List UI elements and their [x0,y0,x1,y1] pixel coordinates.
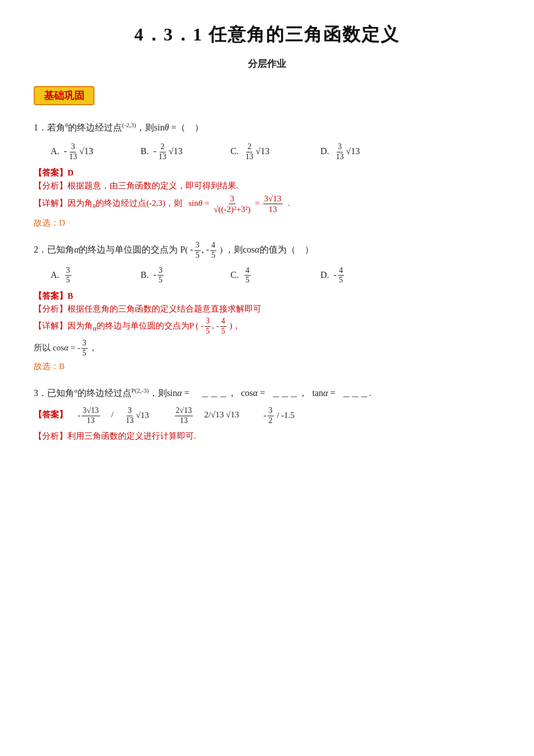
q1-option-a: A. -313√13 [51,142,118,162]
q2-text: 2．已知角α的终边与单位圆的交点为 P( -35, -45 ) ，则cosα的值… [34,241,500,260]
q2-detail: 【详解】因为角α的终边与单位圆的交点为P ( -35, -45 )， [34,317,500,336]
q1-option-b: B. -213√13 [141,142,208,162]
section-badge: 基础巩固 [34,86,94,105]
q2-options: A. 35 B. -35 C. 45 D. -45 [51,266,500,286]
page-title: 4．3．1 任意角的三角函数定义 [34,22,500,47]
q2-detail2: 所以 cosα = -35， [34,339,500,358]
q2-option-a: A. 35 [51,266,118,286]
q3-text: 3．已知角α的终边经过点P(2,-3)，则sinα = ＿＿＿， cosα = … [34,384,500,402]
q3-sep1: / [111,410,114,420]
q1-options: A. -313√13 B. -213√13 C. 213√13 D. 313√1… [51,142,500,162]
q3-answer-label: 【答案】 [34,410,67,420]
question-3: 3．已知角α的终边经过点P(2,-3)，则sinα = ＿＿＿， cosα = … [34,384,500,442]
q3-analysis: 【分析】利用三角函数的定义进行计算即可. [34,431,500,442]
q1-analysis: 【分析】根据题意，由三角函数的定义，即可得到结果. [34,181,500,191]
q3-answer: 【答案】 -3√1313 / 313√13 2√1313 2/√13 √13 -… [34,406,500,426]
q1-answer: 【答案】D [34,168,500,178]
q2-analysis: 【分析】根据任意角的三角函数的定义结合题意直接求解即可 [34,304,500,314]
q2-option-c: C. 45 [230,266,298,286]
q1-option-d: D. 313√13 [320,142,388,162]
q3-sep2: 2/√13 √13 [204,410,239,420]
subtitle: 分层作业 [34,57,500,70]
q3-tan: -32 / -1.5 [264,406,295,426]
q3-cos2: 2√1313 [174,406,194,426]
q2-option-b: B. -35 [141,266,208,286]
q3-cos: 313√13 [124,406,149,426]
question-2: 2．已知角α的终边与单位圆的交点为 P( -35, -45 ) ，则cosα的值… [34,241,500,372]
q1-detail: 【详解】因为角θ的终边经过点(-2,3)，则 sinθ = 3 √((-2)²+… [34,194,500,214]
q1-text: 1．若角θ的终边经过点(-2,3)，则sinθ =（ ） [34,119,500,137]
q2-answer: 【答案】B [34,291,500,302]
q1-result: 故选：D [34,218,500,228]
q3-sin: -3√1313 [78,406,101,426]
q1-option-c: C. 213√13 [230,142,298,162]
q2-option-d: D. -45 [320,266,388,286]
q2-result: 故选：B [34,361,500,372]
question-1: 1．若角θ的终边经过点(-2,3)，则sinθ =（ ） A. -313√13 … [34,119,500,228]
